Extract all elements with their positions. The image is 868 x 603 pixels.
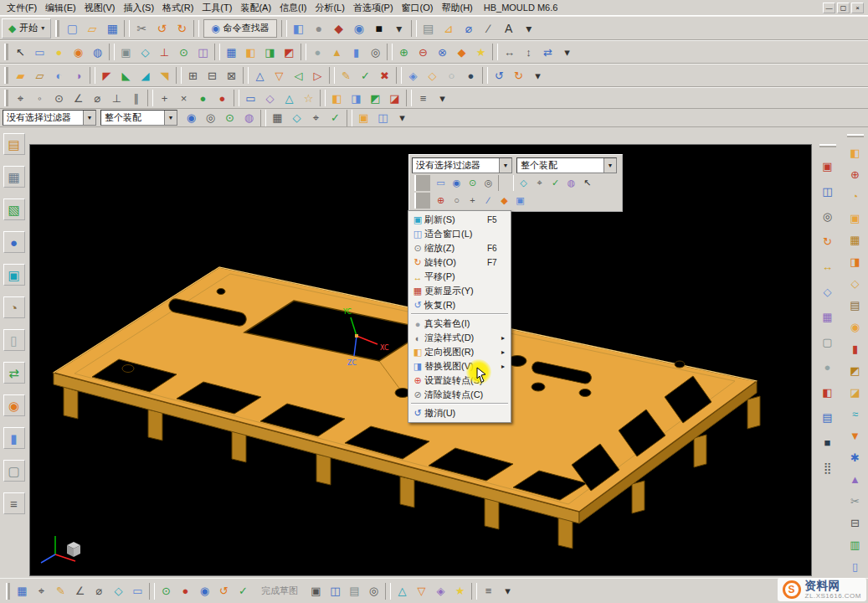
rect-tool-icon[interactable]: ▭ [241,89,260,107]
roles-icon[interactable]: ◉ [3,394,25,416]
menubar-item[interactable]: 分析(L) [311,1,348,15]
shaded-icon[interactable]: ● [819,358,837,376]
face-bottom-icon[interactable]: ◪ [385,89,404,107]
rect-select-icon[interactable]: ▭ [30,43,49,61]
measure-icon[interactable]: ⊿ [439,18,459,39]
plus-icon[interactable]: + [155,89,174,107]
menubar-item[interactable]: 信息(I) [275,1,311,15]
palette-scope-combo[interactable]: 整个装配 ▼ [516,157,617,173]
menubar-item[interactable]: 编辑(E) [41,1,80,15]
drawing-icon[interactable]: ▯ [846,557,865,575]
runner-icon[interactable]: ≈ [846,405,865,423]
move-horizontal-icon[interactable]: ↔ [500,43,519,61]
perspective-icon[interactable]: ◇ [819,282,837,301]
parting-icon[interactable]: ◇ [846,274,865,292]
target-snap-icon[interactable]: ⌖ [532,175,547,191]
subtract-icon[interactable]: ⊖ [413,43,433,61]
selection-filter-combo[interactable]: 没有选择过滤器 ▼ [3,110,96,126]
snap-center-icon[interactable]: ⊙ [49,89,69,107]
wireframe-cube-icon[interactable]: ▣ [116,43,136,61]
face-select-icon[interactable]: ▣ [354,109,373,127]
move-vertical-icon[interactable]: ↕ [519,43,538,61]
workpiece-icon[interactable]: ▣ [846,209,865,227]
context-menu-item[interactable]: ◐ 渲染样式(D) ▸ [409,331,510,345]
line-icon[interactable]: ∕ [480,193,496,209]
reuse-library-icon[interactable]: ▣ [3,264,25,286]
toolbar-grip[interactable] [4,67,8,84]
sphere-icon[interactable]: ● [308,43,327,61]
context-menu-item[interactable]: ↺ 撤消(U) [409,406,510,420]
trim-mold-icon[interactable]: ✂ [846,492,865,510]
revolve-icon[interactable]: ◨ [260,43,280,61]
triangle-tool-icon[interactable]: △ [280,89,299,107]
menubar-item[interactable]: 格式(R) [158,1,198,15]
fit-view-icon[interactable]: ◫ [819,182,837,200]
internet-browser-icon[interactable]: ● [3,231,25,253]
gem-icon[interactable]: ◈ [431,582,450,600]
sheet-icon[interactable]: ▰ [11,66,30,85]
sketch-point-icon[interactable]: ⌖ [32,582,51,600]
green-dot-icon[interactable]: ● [193,89,213,107]
zoom-view-icon[interactable]: ◎ [819,207,837,225]
dropdown-arrow-icon[interactable]: ▼ [164,111,177,125]
pattern-icon[interactable]: ▦ [222,43,241,61]
save-file-icon[interactable]: ▦ [102,18,122,39]
mold-init-icon[interactable]: ◧ [846,143,865,162]
arrow-icon[interactable]: ↖ [579,175,595,191]
diamond-icon[interactable]: ◆ [496,193,512,209]
select-cursor-icon[interactable]: ↖ [11,43,30,61]
palette-filter-combo[interactable]: 没有选择过滤器 ▼ [412,157,512,173]
toolbar-grip[interactable] [55,20,59,37]
diamond-icon[interactable]: ◇ [423,66,442,85]
background-icon[interactable]: ■ [819,433,837,451]
confirm-icon[interactable]: ✓ [547,175,563,191]
rotate-view-icon[interactable]: ↻ [819,232,837,250]
star-tool-icon[interactable]: ☆ [299,89,318,107]
triangle-up-icon[interactable]: △ [250,66,270,85]
sketch-angle-icon[interactable]: ∠ [70,582,90,600]
annotation-icon[interactable]: A [499,18,519,39]
face-left-icon[interactable]: ◧ [327,89,347,107]
grid-dots-icon[interactable]: ⣿ [819,458,837,477]
part-model[interactable] [54,267,760,549]
snap-toggle-icon[interactable]: ◉ [449,175,465,191]
dropdown-arrow-icon[interactable]: ▼ [83,111,95,125]
cone-icon[interactable]: ▲ [327,43,347,61]
display-mode-icon[interactable]: ◆ [329,18,349,39]
shaded-display-icon[interactable]: ● [309,18,329,39]
redo-icon[interactable]: ↻ [172,18,192,39]
sketch-pencil-icon[interactable]: ✎ [336,66,356,85]
bom-icon[interactable]: ▥ [846,535,865,554]
datum-axis-icon[interactable]: ⊥ [155,43,174,61]
mold-csys-icon[interactable]: ⊕ [846,165,865,183]
core-cavity-icon[interactable]: ◨ [846,252,865,271]
color-swatch-icon[interactable]: ■ [369,18,389,39]
tri-up-icon[interactable]: △ [393,582,412,600]
quad-snap-icon[interactable]: ◍ [563,175,579,191]
context-menu-item[interactable]: ● 真实着色(I) [409,317,510,331]
snap-circle-icon[interactable]: ◎ [480,175,496,191]
snap-point-icon[interactable]: ⊙ [465,175,480,191]
intersect-icon[interactable]: ⊗ [433,43,452,61]
center-point-icon[interactable]: ⊕ [433,193,449,209]
list-icon[interactable]: ≡ [413,89,433,107]
context-menu-item[interactable]: ↺ 恢复(R) [409,298,510,312]
menubar-item[interactable]: 帮助(H) [437,1,476,15]
chamfer-icon[interactable]: ◆ [452,43,471,61]
context-menu-item[interactable]: ▦ 更新显示(Y) [409,284,510,298]
circle-outline-icon[interactable]: ○ [442,66,461,85]
resource-handle-icon[interactable]: ≡ [3,492,25,514]
scene-box-icon[interactable]: ▢ [3,460,25,482]
dropdown-caret-icon[interactable]: ▾ [498,582,517,600]
menubar-item[interactable]: 插入(S) [119,1,158,15]
view-orient-icon[interactable]: ◧ [289,18,309,39]
grid-x-icon[interactable]: ⊠ [222,66,241,85]
layer-icon[interactable]: ▤ [819,408,837,426]
start-button[interactable]: ◆ 开始 ▾ [2,18,51,39]
minimize-icon[interactable]: — [823,3,835,13]
menubar-item[interactable]: 装配(A) [236,1,275,15]
context-menu-item[interactable]: ◧ 定向视图(R) ▸ [409,345,510,359]
wireframe-icon[interactable]: ▢ [819,332,837,351]
point-icon[interactable]: ⊙ [174,43,193,61]
dropdown-caret-icon[interactable]: ▾ [557,43,577,61]
